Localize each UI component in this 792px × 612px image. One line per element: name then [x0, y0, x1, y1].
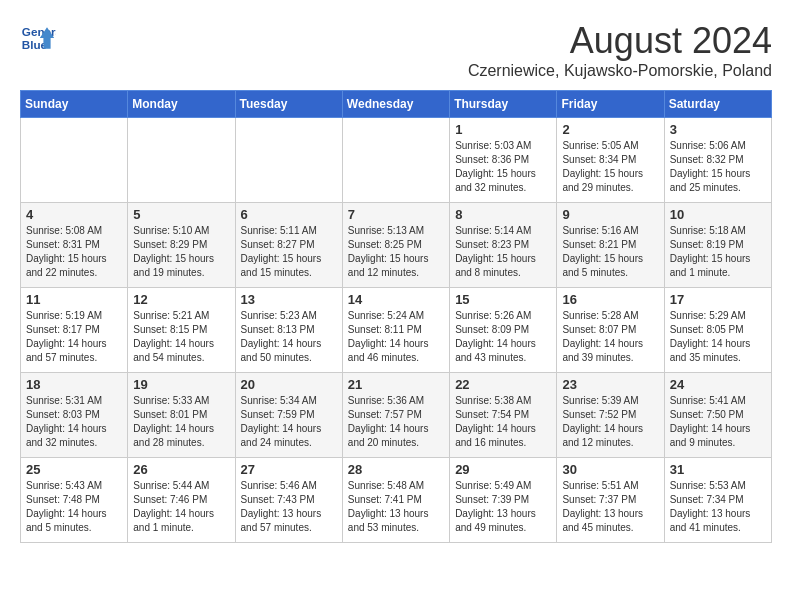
calendar-cell: 7Sunrise: 5:13 AM Sunset: 8:25 PM Daylig… — [342, 203, 449, 288]
day-number: 25 — [26, 462, 122, 477]
calendar-cell: 4Sunrise: 5:08 AM Sunset: 8:31 PM Daylig… — [21, 203, 128, 288]
day-number: 22 — [455, 377, 551, 392]
calendar-cell: 27Sunrise: 5:46 AM Sunset: 7:43 PM Dayli… — [235, 458, 342, 543]
weekday-header-tuesday: Tuesday — [235, 91, 342, 118]
weekday-header-row: SundayMondayTuesdayWednesdayThursdayFrid… — [21, 91, 772, 118]
day-number: 17 — [670, 292, 766, 307]
day-number: 27 — [241, 462, 337, 477]
calendar-cell: 22Sunrise: 5:38 AM Sunset: 7:54 PM Dayli… — [450, 373, 557, 458]
day-number: 24 — [670, 377, 766, 392]
calendar-cell: 3Sunrise: 5:06 AM Sunset: 8:32 PM Daylig… — [664, 118, 771, 203]
calendar-table: SundayMondayTuesdayWednesdayThursdayFrid… — [20, 90, 772, 543]
calendar-cell: 2Sunrise: 5:05 AM Sunset: 8:34 PM Daylig… — [557, 118, 664, 203]
day-number: 19 — [133, 377, 229, 392]
calendar-cell: 1Sunrise: 5:03 AM Sunset: 8:36 PM Daylig… — [450, 118, 557, 203]
calendar-cell: 19Sunrise: 5:33 AM Sunset: 8:01 PM Dayli… — [128, 373, 235, 458]
day-detail: Sunrise: 5:31 AM Sunset: 8:03 PM Dayligh… — [26, 394, 122, 450]
day-detail: Sunrise: 5:24 AM Sunset: 8:11 PM Dayligh… — [348, 309, 444, 365]
calendar-cell: 23Sunrise: 5:39 AM Sunset: 7:52 PM Dayli… — [557, 373, 664, 458]
week-row-2: 4Sunrise: 5:08 AM Sunset: 8:31 PM Daylig… — [21, 203, 772, 288]
day-detail: Sunrise: 5:53 AM Sunset: 7:34 PM Dayligh… — [670, 479, 766, 535]
day-number: 12 — [133, 292, 229, 307]
calendar-cell: 26Sunrise: 5:44 AM Sunset: 7:46 PM Dayli… — [128, 458, 235, 543]
weekday-header-sunday: Sunday — [21, 91, 128, 118]
day-detail: Sunrise: 5:46 AM Sunset: 7:43 PM Dayligh… — [241, 479, 337, 535]
weekday-header-friday: Friday — [557, 91, 664, 118]
day-number: 10 — [670, 207, 766, 222]
day-number: 30 — [562, 462, 658, 477]
calendar-cell: 6Sunrise: 5:11 AM Sunset: 8:27 PM Daylig… — [235, 203, 342, 288]
day-detail: Sunrise: 5:05 AM Sunset: 8:34 PM Dayligh… — [562, 139, 658, 195]
week-row-3: 11Sunrise: 5:19 AM Sunset: 8:17 PM Dayli… — [21, 288, 772, 373]
header-section: General Blue August 2024 Czerniewice, Ku… — [20, 20, 772, 80]
day-detail: Sunrise: 5:13 AM Sunset: 8:25 PM Dayligh… — [348, 224, 444, 280]
day-number: 15 — [455, 292, 551, 307]
week-row-5: 25Sunrise: 5:43 AM Sunset: 7:48 PM Dayli… — [21, 458, 772, 543]
week-row-1: 1Sunrise: 5:03 AM Sunset: 8:36 PM Daylig… — [21, 118, 772, 203]
day-detail: Sunrise: 5:29 AM Sunset: 8:05 PM Dayligh… — [670, 309, 766, 365]
calendar-cell: 31Sunrise: 5:53 AM Sunset: 7:34 PM Dayli… — [664, 458, 771, 543]
calendar-cell: 11Sunrise: 5:19 AM Sunset: 8:17 PM Dayli… — [21, 288, 128, 373]
day-detail: Sunrise: 5:08 AM Sunset: 8:31 PM Dayligh… — [26, 224, 122, 280]
day-detail: Sunrise: 5:43 AM Sunset: 7:48 PM Dayligh… — [26, 479, 122, 535]
calendar-cell: 14Sunrise: 5:24 AM Sunset: 8:11 PM Dayli… — [342, 288, 449, 373]
day-detail: Sunrise: 5:14 AM Sunset: 8:23 PM Dayligh… — [455, 224, 551, 280]
calendar-cell: 21Sunrise: 5:36 AM Sunset: 7:57 PM Dayli… — [342, 373, 449, 458]
day-number: 5 — [133, 207, 229, 222]
calendar-cell: 9Sunrise: 5:16 AM Sunset: 8:21 PM Daylig… — [557, 203, 664, 288]
calendar-cell: 5Sunrise: 5:10 AM Sunset: 8:29 PM Daylig… — [128, 203, 235, 288]
day-number: 18 — [26, 377, 122, 392]
calendar-cell — [235, 118, 342, 203]
weekday-header-monday: Monday — [128, 91, 235, 118]
day-detail: Sunrise: 5:51 AM Sunset: 7:37 PM Dayligh… — [562, 479, 658, 535]
day-number: 26 — [133, 462, 229, 477]
day-number: 1 — [455, 122, 551, 137]
calendar-cell: 13Sunrise: 5:23 AM Sunset: 8:13 PM Dayli… — [235, 288, 342, 373]
logo: General Blue — [20, 20, 56, 56]
calendar-cell: 8Sunrise: 5:14 AM Sunset: 8:23 PM Daylig… — [450, 203, 557, 288]
day-detail: Sunrise: 5:38 AM Sunset: 7:54 PM Dayligh… — [455, 394, 551, 450]
calendar-cell: 29Sunrise: 5:49 AM Sunset: 7:39 PM Dayli… — [450, 458, 557, 543]
weekday-header-thursday: Thursday — [450, 91, 557, 118]
day-number: 3 — [670, 122, 766, 137]
day-number: 13 — [241, 292, 337, 307]
day-detail: Sunrise: 5:41 AM Sunset: 7:50 PM Dayligh… — [670, 394, 766, 450]
day-number: 21 — [348, 377, 444, 392]
calendar-cell: 18Sunrise: 5:31 AM Sunset: 8:03 PM Dayli… — [21, 373, 128, 458]
day-detail: Sunrise: 5:06 AM Sunset: 8:32 PM Dayligh… — [670, 139, 766, 195]
day-number: 28 — [348, 462, 444, 477]
day-detail: Sunrise: 5:26 AM Sunset: 8:09 PM Dayligh… — [455, 309, 551, 365]
day-number: 16 — [562, 292, 658, 307]
day-detail: Sunrise: 5:28 AM Sunset: 8:07 PM Dayligh… — [562, 309, 658, 365]
day-detail: Sunrise: 5:16 AM Sunset: 8:21 PM Dayligh… — [562, 224, 658, 280]
day-number: 23 — [562, 377, 658, 392]
day-number: 6 — [241, 207, 337, 222]
day-detail: Sunrise: 5:19 AM Sunset: 8:17 PM Dayligh… — [26, 309, 122, 365]
calendar-cell: 24Sunrise: 5:41 AM Sunset: 7:50 PM Dayli… — [664, 373, 771, 458]
day-number: 29 — [455, 462, 551, 477]
calendar-cell: 16Sunrise: 5:28 AM Sunset: 8:07 PM Dayli… — [557, 288, 664, 373]
day-number: 8 — [455, 207, 551, 222]
day-number: 20 — [241, 377, 337, 392]
day-detail: Sunrise: 5:23 AM Sunset: 8:13 PM Dayligh… — [241, 309, 337, 365]
day-number: 4 — [26, 207, 122, 222]
calendar-cell — [128, 118, 235, 203]
day-detail: Sunrise: 5:10 AM Sunset: 8:29 PM Dayligh… — [133, 224, 229, 280]
week-row-4: 18Sunrise: 5:31 AM Sunset: 8:03 PM Dayli… — [21, 373, 772, 458]
day-detail: Sunrise: 5:44 AM Sunset: 7:46 PM Dayligh… — [133, 479, 229, 535]
day-detail: Sunrise: 5:21 AM Sunset: 8:15 PM Dayligh… — [133, 309, 229, 365]
calendar-cell: 17Sunrise: 5:29 AM Sunset: 8:05 PM Dayli… — [664, 288, 771, 373]
day-number: 2 — [562, 122, 658, 137]
calendar-cell: 25Sunrise: 5:43 AM Sunset: 7:48 PM Dayli… — [21, 458, 128, 543]
day-number: 7 — [348, 207, 444, 222]
day-number: 11 — [26, 292, 122, 307]
calendar-cell: 28Sunrise: 5:48 AM Sunset: 7:41 PM Dayli… — [342, 458, 449, 543]
day-detail: Sunrise: 5:36 AM Sunset: 7:57 PM Dayligh… — [348, 394, 444, 450]
calendar-cell — [342, 118, 449, 203]
month-year: August 2024 — [468, 20, 772, 62]
day-detail: Sunrise: 5:39 AM Sunset: 7:52 PM Dayligh… — [562, 394, 658, 450]
day-number: 14 — [348, 292, 444, 307]
calendar-cell: 15Sunrise: 5:26 AM Sunset: 8:09 PM Dayli… — [450, 288, 557, 373]
location: Czerniewice, Kujawsko-Pomorskie, Poland — [468, 62, 772, 80]
weekday-header-wednesday: Wednesday — [342, 91, 449, 118]
